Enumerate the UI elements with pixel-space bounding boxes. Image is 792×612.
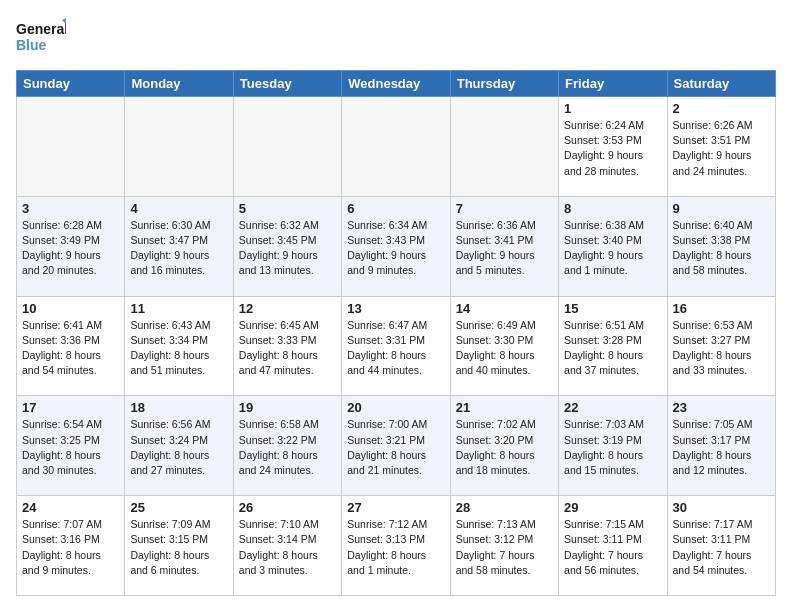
day-info: Sunrise: 6:41 AM Sunset: 3:36 PM Dayligh… [22, 318, 119, 379]
daylight-label: Daylight: 8 hours and 27 minutes. [130, 449, 209, 476]
daylight-label: Daylight: 8 hours and 44 minutes. [347, 349, 426, 376]
day-info: Sunrise: 6:53 AM Sunset: 3:27 PM Dayligh… [673, 318, 770, 379]
sunset-label: Sunset: 3:53 PM [564, 134, 642, 146]
calendar-day-18: 18 Sunrise: 6:56 AM Sunset: 3:24 PM Dayl… [125, 396, 233, 496]
header-tuesday: Tuesday [233, 71, 341, 97]
day-number: 13 [347, 301, 444, 316]
header-saturday: Saturday [667, 71, 775, 97]
sunset-label: Sunset: 3:12 PM [456, 533, 534, 545]
daylight-label: Daylight: 8 hours and 33 minutes. [673, 349, 752, 376]
day-number: 30 [673, 500, 770, 515]
day-number: 18 [130, 400, 227, 415]
day-number: 17 [22, 400, 119, 415]
calendar-week-4: 17 Sunrise: 6:54 AM Sunset: 3:25 PM Dayl… [17, 396, 776, 496]
calendar-day-28: 28 Sunrise: 7:13 AM Sunset: 3:12 PM Dayl… [450, 496, 558, 596]
day-number: 28 [456, 500, 553, 515]
day-info: Sunrise: 6:47 AM Sunset: 3:31 PM Dayligh… [347, 318, 444, 379]
day-number: 2 [673, 101, 770, 116]
daylight-label: Daylight: 9 hours and 20 minutes. [22, 249, 101, 276]
day-info: Sunrise: 6:54 AM Sunset: 3:25 PM Dayligh… [22, 417, 119, 478]
calendar-day-26: 26 Sunrise: 7:10 AM Sunset: 3:14 PM Dayl… [233, 496, 341, 596]
day-number: 1 [564, 101, 661, 116]
daylight-label: Daylight: 8 hours and 51 minutes. [130, 349, 209, 376]
daylight-label: Daylight: 8 hours and 9 minutes. [22, 549, 101, 576]
sunset-label: Sunset: 3:22 PM [239, 434, 317, 446]
calendar-day-7: 7 Sunrise: 6:36 AM Sunset: 3:41 PM Dayli… [450, 196, 558, 296]
sunset-label: Sunset: 3:20 PM [456, 434, 534, 446]
calendar-week-3: 10 Sunrise: 6:41 AM Sunset: 3:36 PM Dayl… [17, 296, 776, 396]
logo: General Blue [16, 16, 66, 60]
day-info: Sunrise: 7:15 AM Sunset: 3:11 PM Dayligh… [564, 517, 661, 578]
daylight-label: Daylight: 8 hours and 15 minutes. [564, 449, 643, 476]
daylight-label: Daylight: 9 hours and 16 minutes. [130, 249, 209, 276]
sunrise-label: Sunrise: 6:53 AM [673, 319, 753, 331]
header: General Blue [16, 16, 776, 60]
svg-text:General: General [16, 21, 66, 37]
calendar-table: SundayMondayTuesdayWednesdayThursdayFrid… [16, 70, 776, 596]
day-number: 15 [564, 301, 661, 316]
calendar-day-4: 4 Sunrise: 6:30 AM Sunset: 3:47 PM Dayli… [125, 196, 233, 296]
daylight-label: Daylight: 8 hours and 18 minutes. [456, 449, 535, 476]
day-info: Sunrise: 7:09 AM Sunset: 3:15 PM Dayligh… [130, 517, 227, 578]
header-monday: Monday [125, 71, 233, 97]
day-number: 26 [239, 500, 336, 515]
sunset-label: Sunset: 3:25 PM [22, 434, 100, 446]
day-number: 8 [564, 201, 661, 216]
daylight-label: Daylight: 9 hours and 13 minutes. [239, 249, 318, 276]
sunrise-label: Sunrise: 7:02 AM [456, 418, 536, 430]
sunset-label: Sunset: 3:41 PM [456, 234, 534, 246]
calendar-day-2: 2 Sunrise: 6:26 AM Sunset: 3:51 PM Dayli… [667, 97, 775, 197]
sunrise-label: Sunrise: 6:58 AM [239, 418, 319, 430]
header-sunday: Sunday [17, 71, 125, 97]
sunset-label: Sunset: 3:28 PM [564, 334, 642, 346]
sunrise-label: Sunrise: 7:09 AM [130, 518, 210, 530]
day-info: Sunrise: 7:17 AM Sunset: 3:11 PM Dayligh… [673, 517, 770, 578]
sunset-label: Sunset: 3:24 PM [130, 434, 208, 446]
daylight-label: Daylight: 7 hours and 58 minutes. [456, 549, 535, 576]
calendar-day-16: 16 Sunrise: 6:53 AM Sunset: 3:27 PM Dayl… [667, 296, 775, 396]
calendar-day-19: 19 Sunrise: 6:58 AM Sunset: 3:22 PM Dayl… [233, 396, 341, 496]
sunset-label: Sunset: 3:31 PM [347, 334, 425, 346]
day-info: Sunrise: 6:40 AM Sunset: 3:38 PM Dayligh… [673, 218, 770, 279]
day-info: Sunrise: 7:03 AM Sunset: 3:19 PM Dayligh… [564, 417, 661, 478]
sunrise-label: Sunrise: 6:40 AM [673, 219, 753, 231]
sunrise-label: Sunrise: 7:00 AM [347, 418, 427, 430]
calendar-day-22: 22 Sunrise: 7:03 AM Sunset: 3:19 PM Dayl… [559, 396, 667, 496]
sunset-label: Sunset: 3:38 PM [673, 234, 751, 246]
sunrise-label: Sunrise: 6:41 AM [22, 319, 102, 331]
sunrise-label: Sunrise: 7:10 AM [239, 518, 319, 530]
day-info: Sunrise: 6:45 AM Sunset: 3:33 PM Dayligh… [239, 318, 336, 379]
sunset-label: Sunset: 3:19 PM [564, 434, 642, 446]
sunset-label: Sunset: 3:11 PM [673, 533, 751, 545]
day-number: 29 [564, 500, 661, 515]
svg-text:Blue: Blue [16, 37, 47, 53]
sunrise-label: Sunrise: 7:12 AM [347, 518, 427, 530]
day-info: Sunrise: 6:30 AM Sunset: 3:47 PM Dayligh… [130, 218, 227, 279]
sunrise-label: Sunrise: 6:47 AM [347, 319, 427, 331]
calendar-day-29: 29 Sunrise: 7:15 AM Sunset: 3:11 PM Dayl… [559, 496, 667, 596]
day-number: 25 [130, 500, 227, 515]
calendar-day-25: 25 Sunrise: 7:09 AM Sunset: 3:15 PM Dayl… [125, 496, 233, 596]
calendar-week-1: 1 Sunrise: 6:24 AM Sunset: 3:53 PM Dayli… [17, 97, 776, 197]
sunrise-label: Sunrise: 6:49 AM [456, 319, 536, 331]
day-info: Sunrise: 7:02 AM Sunset: 3:20 PM Dayligh… [456, 417, 553, 478]
day-number: 12 [239, 301, 336, 316]
calendar-empty-cell [233, 97, 341, 197]
daylight-label: Daylight: 8 hours and 47 minutes. [239, 349, 318, 376]
sunrise-label: Sunrise: 6:54 AM [22, 418, 102, 430]
daylight-label: Daylight: 8 hours and 58 minutes. [673, 249, 752, 276]
calendar-day-3: 3 Sunrise: 6:28 AM Sunset: 3:49 PM Dayli… [17, 196, 125, 296]
sunset-label: Sunset: 3:17 PM [673, 434, 751, 446]
sunrise-label: Sunrise: 6:34 AM [347, 219, 427, 231]
calendar-day-15: 15 Sunrise: 6:51 AM Sunset: 3:28 PM Dayl… [559, 296, 667, 396]
daylight-label: Daylight: 8 hours and 37 minutes. [564, 349, 643, 376]
calendar-empty-cell [342, 97, 450, 197]
day-info: Sunrise: 6:28 AM Sunset: 3:49 PM Dayligh… [22, 218, 119, 279]
sunrise-label: Sunrise: 7:13 AM [456, 518, 536, 530]
daylight-label: Daylight: 8 hours and 12 minutes. [673, 449, 752, 476]
daylight-label: Daylight: 8 hours and 6 minutes. [130, 549, 209, 576]
calendar-header-row: SundayMondayTuesdayWednesdayThursdayFrid… [17, 71, 776, 97]
calendar-day-9: 9 Sunrise: 6:40 AM Sunset: 3:38 PM Dayli… [667, 196, 775, 296]
day-info: Sunrise: 6:34 AM Sunset: 3:43 PM Dayligh… [347, 218, 444, 279]
sunrise-label: Sunrise: 6:30 AM [130, 219, 210, 231]
